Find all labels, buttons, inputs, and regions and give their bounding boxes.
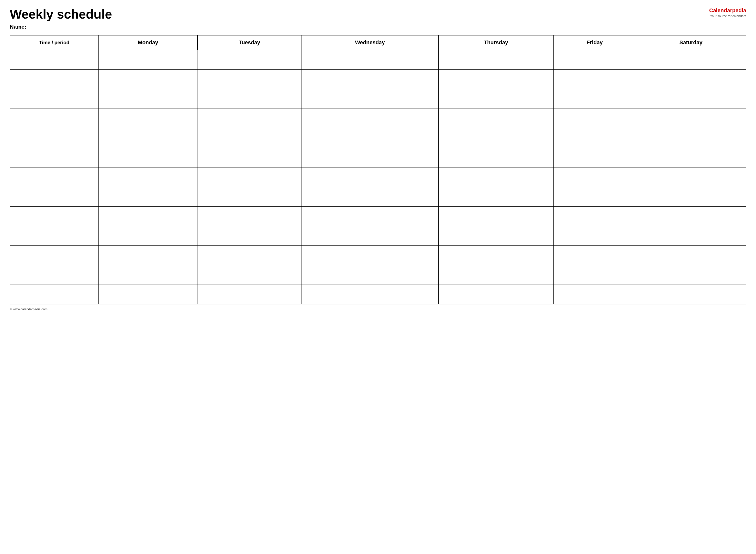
schedule-cell[interactable] (553, 69, 636, 89)
schedule-cell[interactable] (636, 187, 746, 206)
schedule-cell[interactable] (553, 226, 636, 245)
schedule-cell[interactable] (301, 148, 438, 167)
schedule-cell[interactable] (198, 245, 301, 265)
schedule-cell[interactable] (198, 109, 301, 128)
schedule-cell[interactable] (301, 128, 438, 148)
time-cell[interactable] (10, 50, 98, 69)
schedule-cell[interactable] (553, 187, 636, 206)
time-cell[interactable] (10, 226, 98, 245)
schedule-cell[interactable] (198, 285, 301, 304)
schedule-cell[interactable] (636, 226, 746, 245)
schedule-cell[interactable] (98, 89, 198, 109)
schedule-cell[interactable] (198, 69, 301, 89)
schedule-cell[interactable] (636, 265, 746, 285)
schedule-cell[interactable] (301, 69, 438, 89)
schedule-cell[interactable] (98, 285, 198, 304)
schedule-cell[interactable] (301, 206, 438, 226)
schedule-cell[interactable] (301, 285, 438, 304)
schedule-cell[interactable] (198, 167, 301, 187)
logo-accent: pedia (732, 7, 746, 13)
schedule-cell[interactable] (439, 109, 553, 128)
schedule-cell[interactable] (553, 148, 636, 167)
schedule-cell[interactable] (301, 167, 438, 187)
schedule-cell[interactable] (98, 206, 198, 226)
schedule-cell[interactable] (98, 148, 198, 167)
schedule-cell[interactable] (553, 285, 636, 304)
schedule-cell[interactable] (636, 285, 746, 304)
schedule-cell[interactable] (553, 50, 636, 69)
schedule-cell[interactable] (553, 206, 636, 226)
schedule-cell[interactable] (98, 109, 198, 128)
schedule-cell[interactable] (636, 109, 746, 128)
schedule-cell[interactable] (439, 50, 553, 69)
time-cell[interactable] (10, 148, 98, 167)
schedule-cell[interactable] (198, 128, 301, 148)
time-cell[interactable] (10, 109, 98, 128)
time-cell[interactable] (10, 187, 98, 206)
schedule-cell[interactable] (553, 245, 636, 265)
schedule-cell[interactable] (439, 69, 553, 89)
schedule-cell[interactable] (98, 167, 198, 187)
schedule-cell[interactable] (198, 206, 301, 226)
schedule-cell[interactable] (301, 226, 438, 245)
schedule-cell[interactable] (553, 89, 636, 109)
schedule-cell[interactable] (636, 69, 746, 89)
schedule-cell[interactable] (636, 206, 746, 226)
schedule-cell[interactable] (439, 128, 553, 148)
logo-section: Calendarpedia Your source for calendars (697, 7, 746, 18)
schedule-cell[interactable] (636, 50, 746, 69)
schedule-cell[interactable] (439, 285, 553, 304)
schedule-cell[interactable] (439, 187, 553, 206)
schedule-cell[interactable] (198, 89, 301, 109)
time-cell[interactable] (10, 285, 98, 304)
schedule-cell[interactable] (198, 50, 301, 69)
schedule-cell[interactable] (636, 89, 746, 109)
schedule-cell[interactable] (636, 148, 746, 167)
time-cell[interactable] (10, 128, 98, 148)
schedule-cell[interactable] (98, 265, 198, 285)
table-body (10, 50, 746, 304)
schedule-cell[interactable] (439, 89, 553, 109)
table-row (10, 128, 746, 148)
schedule-cell[interactable] (98, 50, 198, 69)
schedule-cell[interactable] (301, 245, 438, 265)
time-cell[interactable] (10, 89, 98, 109)
schedule-cell[interactable] (198, 226, 301, 245)
header: Weekly schedule Calendarpedia Your sourc… (10, 7, 746, 21)
time-cell[interactable] (10, 206, 98, 226)
time-cell[interactable] (10, 167, 98, 187)
table-row (10, 69, 746, 89)
schedule-cell[interactable] (636, 245, 746, 265)
schedule-cell[interactable] (301, 89, 438, 109)
schedule-cell[interactable] (98, 187, 198, 206)
schedule-cell[interactable] (553, 265, 636, 285)
schedule-cell[interactable] (439, 167, 553, 187)
schedule-cell[interactable] (439, 206, 553, 226)
schedule-cell[interactable] (439, 148, 553, 167)
schedule-cell[interactable] (301, 50, 438, 69)
time-cell[interactable] (10, 245, 98, 265)
schedule-cell[interactable] (553, 128, 636, 148)
schedule-cell[interactable] (636, 128, 746, 148)
schedule-cell[interactable] (198, 187, 301, 206)
schedule-cell[interactable] (98, 128, 198, 148)
schedule-cell[interactable] (553, 167, 636, 187)
schedule-cell[interactable] (98, 245, 198, 265)
schedule-cell[interactable] (553, 109, 636, 128)
schedule-cell[interactable] (636, 167, 746, 187)
schedule-cell[interactable] (301, 265, 438, 285)
schedule-cell[interactable] (98, 226, 198, 245)
schedule-cell[interactable] (439, 265, 553, 285)
schedule-cell[interactable] (198, 265, 301, 285)
schedule-cell[interactable] (301, 187, 438, 206)
time-cell[interactable] (10, 69, 98, 89)
table-row (10, 187, 746, 206)
schedule-cell[interactable] (301, 109, 438, 128)
schedule-cell[interactable] (439, 245, 553, 265)
schedule-cell[interactable] (439, 226, 553, 245)
col-header-thursday: Thursday (439, 35, 553, 50)
schedule-cell[interactable] (98, 69, 198, 89)
schedule-cell[interactable] (198, 148, 301, 167)
time-cell[interactable] (10, 265, 98, 285)
footer: © www.calendarpedia.com (10, 307, 746, 311)
